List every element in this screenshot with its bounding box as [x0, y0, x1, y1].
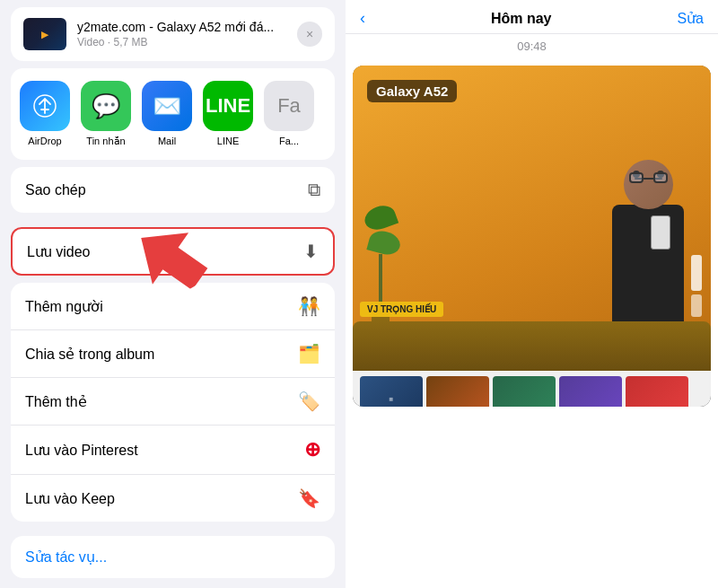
line-app[interactable]: LINE LINE	[201, 81, 255, 147]
line-label: LINE	[217, 136, 239, 146]
thumbnail-1[interactable]: ■	[360, 376, 423, 407]
share-title: y2mate.com - Galaxy A52 mới đá...	[77, 20, 286, 34]
close-button[interactable]: ×	[297, 22, 322, 47]
person-name-badge: VJ TRỌNG HIẾU	[360, 302, 443, 317]
edit-tasks-link[interactable]: Sửa tác vụ...	[11, 536, 335, 578]
mail-app[interactable]: ✉️ Mail	[140, 81, 194, 147]
add-person-icon: 🧑‍🤝‍🧑	[298, 295, 320, 317]
share-album-action[interactable]: Chia sẻ trong album 🗂️	[11, 330, 335, 378]
thumbnail-2[interactable]	[426, 376, 489, 407]
copy-action[interactable]: Sao chép ⧉	[11, 167, 335, 213]
more-app[interactable]: Fa Fa...	[262, 81, 316, 147]
keep-icon: 🔖	[298, 487, 320, 509]
keep-action[interactable]: Lưu vào Keep 🔖	[11, 475, 335, 522]
edit-button[interactable]: Sửa	[677, 10, 704, 27]
messages-app[interactable]: 💬 Tin nhắn	[79, 81, 133, 147]
back-button[interactable]: ‹	[360, 9, 365, 28]
video-title-overlay: Galaxy A52	[367, 80, 457, 102]
thumbnail-3[interactable]	[493, 376, 556, 407]
thumbnail-4[interactable]	[559, 376, 622, 407]
decor-right	[691, 255, 702, 317]
person	[612, 160, 684, 321]
add-tag-action[interactable]: Thêm thẻ 🏷️	[11, 378, 335, 426]
pinterest-icon: ⊕	[304, 438, 320, 461]
right-header: ‹ Hôm nay Sửa	[346, 0, 718, 34]
more-icon: Fa	[264, 81, 314, 131]
app-icons-row: AirDrop 💬 Tin nhắn ✉️ Mail LINE LINE	[11, 68, 335, 160]
copy-icon: ⧉	[308, 180, 320, 200]
thumbnail-5[interactable]	[626, 376, 688, 407]
video-frame: Galaxy A52	[353, 66, 711, 371]
airdrop-icon	[20, 81, 70, 131]
tag-icon: 🏷️	[298, 391, 320, 412]
messages-icon: 💬	[81, 81, 131, 131]
actions-list: Thêm người 🧑‍🤝‍🧑 Chia sẻ trong album 🗂️ …	[11, 283, 335, 522]
share-info: y2mate.com - Galaxy A52 mới đá... Video …	[77, 20, 286, 48]
header-title: Hôm nay	[491, 11, 552, 27]
video-preview[interactable]: Galaxy A52	[353, 66, 711, 407]
pinterest-action[interactable]: Lưu vào Pinterest ⊕	[11, 426, 335, 475]
more-label: Fa...	[279, 136, 299, 146]
thumbnails-strip: ■	[353, 371, 711, 407]
copy-section: Sao chép ⧉	[11, 167, 335, 213]
share-header: ▶ y2mate.com - Galaxy A52 mới đá... Vide…	[11, 7, 335, 61]
airdrop-app[interactable]: AirDrop	[18, 81, 72, 147]
save-video-icon: ⬇	[303, 241, 319, 262]
share-album-icon: 🗂️	[298, 343, 320, 364]
share-subtitle: Video · 5,7 MB	[77, 36, 286, 48]
sofa	[353, 321, 711, 371]
share-thumbnail: ▶	[23, 18, 66, 50]
airdrop-label: AirDrop	[28, 136, 61, 146]
line-icon: LINE	[203, 81, 253, 131]
right-panel: ‹ Hôm nay Sửa 09:48 Galaxy A52	[346, 0, 718, 588]
timestamp: 09:48	[346, 34, 718, 58]
mail-label: Mail	[158, 136, 176, 146]
share-sheet: ▶ y2mate.com - Galaxy A52 mới đá... Vide…	[0, 0, 346, 588]
messages-label: Tin nhắn	[86, 136, 125, 147]
mail-icon: ✉️	[142, 81, 192, 131]
